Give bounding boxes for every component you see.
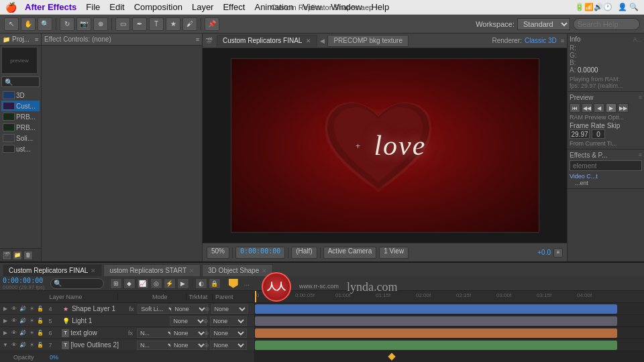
tl-tab-close[interactable]: ✕ bbox=[91, 267, 96, 274]
timeline-track-area[interactable]: 0 0:00:05f 01:00f 01:15f 02:00f 02:15f 0… bbox=[255, 291, 644, 362]
layer-5-parent-select[interactable]: None bbox=[210, 316, 247, 326]
layer-4-lock[interactable]: 🔓 bbox=[36, 305, 44, 313]
layer-4-trkmat-select[interactable]: None bbox=[171, 304, 208, 314]
project-item-soli[interactable]: Soli... bbox=[1, 133, 40, 143]
tl-tab-final[interactable]: Custom Replicators FINAL ✕ bbox=[3, 264, 102, 276]
menu-edit[interactable]: Edit bbox=[105, 1, 128, 13]
layer-4-audio[interactable]: 🔊 bbox=[19, 305, 27, 313]
layer-6-parent-select[interactable]: None bbox=[210, 328, 247, 338]
comp-tab-close[interactable]: ✕ bbox=[306, 38, 311, 44]
comp-view-select[interactable]: Active Camera bbox=[323, 247, 377, 259]
comp-panel-menu[interactable]: ≡ bbox=[561, 38, 564, 44]
toolbar-mask-tool[interactable]: ▭ bbox=[115, 17, 130, 31]
layer-6-expand[interactable]: ▶ bbox=[1, 329, 9, 337]
tl-lock-btn[interactable]: 🔒 bbox=[209, 278, 221, 289]
opacity-keyframe[interactable] bbox=[388, 353, 395, 360]
layer-4-parent-select[interactable]: None bbox=[211, 304, 248, 314]
help-search[interactable] bbox=[573, 18, 640, 30]
opacity-value[interactable]: 0% bbox=[50, 354, 58, 361]
layer-5-trkmat-select[interactable]: None bbox=[170, 316, 207, 326]
project-item-3d[interactable]: 3D bbox=[1, 90, 40, 101]
tl-solo-btn[interactable]: ◐ bbox=[195, 278, 207, 289]
layer-4-solo[interactable]: ☀ bbox=[28, 305, 36, 313]
layer-5[interactable]: ▶ 👁 🔊 ☀ 🔓 5 💡 Light 1 bbox=[0, 315, 254, 327]
fps-value-input[interactable] bbox=[570, 129, 590, 139]
video-cut-sub-item[interactable]: ...ent bbox=[570, 180, 642, 186]
menu-composition[interactable]: Composition bbox=[130, 1, 186, 13]
layer-6-lock[interactable]: 🔓 bbox=[36, 329, 44, 337]
comp-menu-btn[interactable]: ≡ bbox=[553, 248, 563, 257]
toolbar-pan-tool[interactable]: ⊕ bbox=[93, 17, 108, 31]
tl-tab-3d[interactable]: 3D Object Shape ✕ bbox=[202, 264, 273, 276]
project-item-cust[interactable]: Cust... bbox=[1, 101, 40, 111]
layer-6-trkmat-select[interactable]: None bbox=[170, 328, 207, 338]
info-extra[interactable]: A... bbox=[633, 36, 642, 43]
layer-6-solo[interactable]: ☀ bbox=[28, 329, 36, 337]
preview-skip-back[interactable]: ⏮ bbox=[570, 103, 580, 113]
renderer-value[interactable]: Classic 3D bbox=[525, 37, 557, 44]
preview-rewind[interactable]: ◀◀ bbox=[582, 103, 592, 113]
preview-play[interactable]: ▶ bbox=[606, 103, 616, 113]
layer-7-trkmat-select[interactable]: None bbox=[170, 341, 207, 350]
playhead[interactable] bbox=[255, 291, 256, 302]
preview-back-frame[interactable]: ◀ bbox=[594, 103, 604, 113]
menu-layer[interactable]: Layer bbox=[188, 1, 218, 13]
layer-7-video[interactable]: 👁 bbox=[10, 341, 18, 349]
layer-4-video[interactable]: 👁 bbox=[10, 305, 18, 313]
project-item-ust[interactable]: ust... bbox=[1, 143, 40, 154]
layer-6[interactable]: ▶ 👁 🔊 ☀ 🔓 6 T text glow fx N... bbox=[0, 327, 254, 339]
layer-5-solo[interactable]: ☀ bbox=[28, 317, 36, 325]
menu-after-effects[interactable]: After Effects bbox=[21, 1, 80, 13]
comp-view-count[interactable]: 1 View bbox=[379, 247, 409, 259]
layer-5-lock[interactable]: 🔓 bbox=[36, 317, 44, 325]
layer-4-fx[interactable]: fx bbox=[125, 306, 138, 312]
layer-7-audio[interactable]: 🔊 bbox=[19, 341, 27, 349]
effects-menu[interactable]: ≡ bbox=[639, 152, 642, 159]
new-folder-btn[interactable]: 📁 bbox=[13, 251, 22, 260]
menu-help[interactable]: Help bbox=[367, 1, 393, 13]
tl-graph-editor[interactable]: 📈 bbox=[137, 278, 149, 289]
preview-menu[interactable]: ≡ bbox=[639, 94, 642, 101]
tl-draft[interactable]: ⚡ bbox=[164, 278, 176, 289]
layer-6-video[interactable]: 👁 bbox=[10, 329, 18, 337]
project-item-prb1[interactable]: PRB... bbox=[1, 111, 40, 122]
tl-preview-btn[interactable]: ▶ bbox=[177, 278, 189, 289]
toolbar-select-tool[interactable]: ↖ bbox=[4, 17, 19, 31]
project-item-prb2[interactable]: PRB... bbox=[1, 122, 40, 133]
effects-search-input[interactable] bbox=[570, 160, 642, 171]
layer-5-expand[interactable]: ▶ bbox=[1, 317, 9, 325]
toolbar-camera-tool[interactable]: 📷 bbox=[76, 17, 91, 31]
toolbar-pen-tool[interactable]: ✒ bbox=[132, 17, 147, 31]
menu-window[interactable]: Window bbox=[327, 1, 366, 13]
tl-tab-close-2[interactable]: ✕ bbox=[189, 267, 195, 274]
comp-quality-btn[interactable]: (Half) bbox=[291, 247, 317, 259]
layer-7-parent-select[interactable]: None bbox=[210, 341, 247, 350]
layer-7-expand[interactable]: ▼ bbox=[1, 341, 9, 349]
workspace-select[interactable]: Standard All Panels Animation Minimal bbox=[517, 18, 570, 30]
project-search-input[interactable] bbox=[1, 76, 40, 87]
delete-item-btn[interactable]: 🗑 bbox=[23, 251, 33, 260]
toolbar-puppet-tool[interactable]: 📌 bbox=[205, 17, 219, 31]
layer-5-audio[interactable]: 🔊 bbox=[19, 317, 27, 325]
comp-tab-final[interactable]: Custom Replicators FINAL ✕ bbox=[217, 35, 317, 47]
menu-file[interactable]: File bbox=[82, 1, 104, 13]
tl-tab-close-3[interactable]: ✕ bbox=[262, 267, 267, 274]
timeline-search-input[interactable] bbox=[50, 278, 104, 289]
panel-menu-icon[interactable]: ≡ bbox=[35, 36, 38, 43]
tl-add-marker[interactable]: ◆ bbox=[123, 278, 136, 289]
comp-zoom-select[interactable]: 50% bbox=[207, 247, 229, 259]
menu-view[interactable]: View bbox=[299, 1, 325, 13]
layer-6-audio[interactable]: 🔊 bbox=[19, 329, 27, 337]
preview-forward[interactable]: ▶▶ bbox=[618, 103, 629, 113]
tl-toggle-switches[interactable]: ⊞ bbox=[110, 278, 122, 289]
video-cut-item[interactable]: Video C...t bbox=[570, 173, 642, 180]
menu-animation[interactable]: Animation bbox=[250, 1, 297, 13]
layer-4[interactable]: ▶ 👁 🔊 ☀ 🔓 4 ★ Shape Layer 1 fx Sof bbox=[0, 303, 254, 315]
layer-7-lock[interactable]: 🔓 bbox=[36, 341, 44, 349]
tl-motion-blur[interactable]: ◎ bbox=[150, 278, 162, 289]
menu-effect[interactable]: Effect bbox=[219, 1, 249, 13]
toolbar-zoom-tool[interactable]: 🔍 bbox=[38, 17, 52, 31]
skip-value-input[interactable] bbox=[592, 129, 605, 139]
apple-menu[interactable]: 🍎 bbox=[5, 2, 17, 13]
toolbar-hand-tool[interactable]: ✋ bbox=[21, 17, 36, 31]
